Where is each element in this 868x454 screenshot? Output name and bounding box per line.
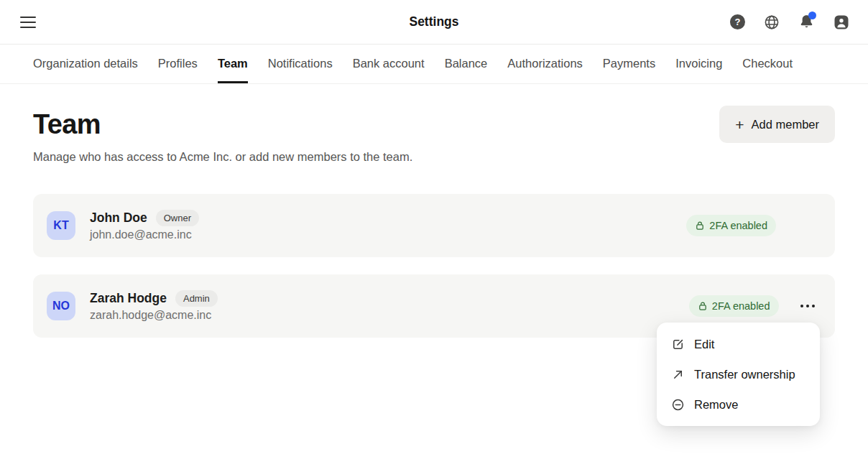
- member-email: john.doe@acme.inc: [90, 228, 199, 241]
- menu-item-remove[interactable]: Remove: [657, 389, 820, 420]
- globe-icon[interactable]: [764, 14, 780, 30]
- role-badge: Owner: [156, 210, 199, 226]
- transfer-icon: [671, 368, 685, 381]
- hamburger-icon[interactable]: [20, 17, 36, 28]
- tab-payments[interactable]: Payments: [603, 45, 655, 83]
- avatar: KT: [47, 211, 75, 240]
- two-fa-label: 2FA enabled: [709, 220, 767, 231]
- two-fa-badge: 2FA enabled: [689, 295, 779, 317]
- notification-dot: [808, 11, 816, 19]
- bell-icon[interactable]: [798, 14, 815, 30]
- team-settings-panel: Team + Add member Manage who has access …: [0, 106, 868, 338]
- avatar: NO: [47, 292, 75, 320]
- lock-icon: [695, 221, 705, 231]
- help-icon[interactable]: ?: [730, 14, 745, 29]
- menu-item-label: Remove: [694, 398, 738, 412]
- remove-icon: [671, 398, 685, 412]
- header-icon-group: ?: [730, 14, 849, 30]
- member-list: KT John Doe Owner john.doe@acme.inc: [33, 194, 835, 338]
- menu-item-label: Transfer ownership: [694, 368, 795, 381]
- add-member-button[interactable]: + Add member: [719, 106, 835, 143]
- member-actions-menu: Edit Transfer ownership Remove: [657, 323, 820, 426]
- two-fa-badge: 2FA enabled: [686, 215, 776, 236]
- tab-team[interactable]: Team: [218, 45, 248, 83]
- tab-notifications[interactable]: Notifications: [268, 45, 333, 83]
- tab-invoicing[interactable]: Invoicing: [675, 45, 722, 83]
- menu-item-transfer-ownership[interactable]: Transfer ownership: [657, 359, 820, 389]
- add-member-label: Add member: [752, 118, 819, 131]
- app-header: Settings ?: [0, 0, 868, 45]
- tab-organization-details[interactable]: Organization details: [33, 45, 138, 83]
- user-icon[interactable]: [834, 14, 849, 30]
- member-name: Zarah Hodge: [90, 291, 167, 306]
- tab-checkout[interactable]: Checkout: [742, 45, 793, 83]
- two-fa-label: 2FA enabled: [712, 300, 770, 312]
- settings-tab-bar: Organization details Profiles Team Notif…: [0, 45, 868, 84]
- lock-icon: [698, 301, 708, 311]
- member-name: John Doe: [90, 210, 147, 226]
- member-row-john-doe: KT John Doe Owner john.doe@acme.inc: [33, 194, 835, 257]
- edit-icon: [671, 338, 685, 351]
- tab-balance[interactable]: Balance: [445, 45, 488, 83]
- page-subtitle: Manage who has access to Acme Inc. or ad…: [33, 150, 835, 164]
- role-badge: Admin: [175, 290, 218, 307]
- menu-item-label: Edit: [694, 338, 714, 351]
- tab-authorizations[interactable]: Authorizations: [507, 45, 583, 83]
- plus-icon: +: [735, 117, 744, 132]
- tab-bank-account[interactable]: Bank account: [353, 45, 425, 83]
- menu-item-edit[interactable]: Edit: [657, 329, 820, 359]
- page-title: Team: [33, 109, 101, 140]
- tab-profiles[interactable]: Profiles: [158, 45, 198, 83]
- member-email: zarah.hodge@acme.inc: [90, 309, 218, 322]
- more-options-icon[interactable]: [800, 302, 816, 311]
